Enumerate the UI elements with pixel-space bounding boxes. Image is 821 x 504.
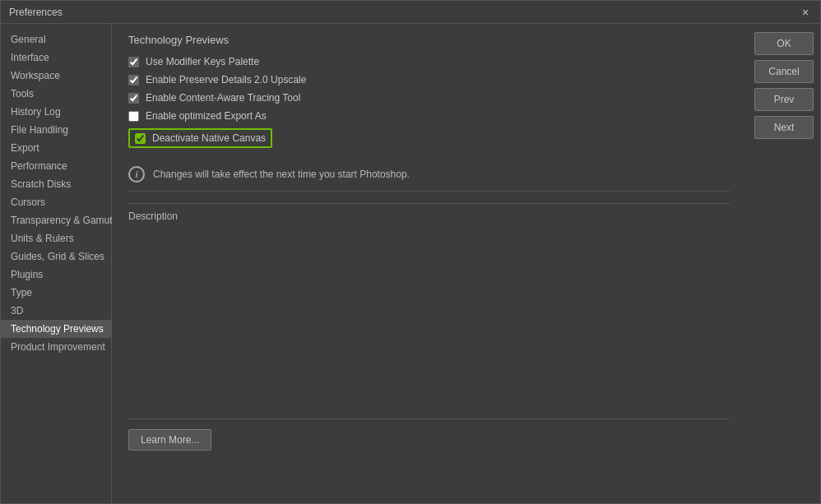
- close-button[interactable]: ×: [799, 6, 812, 19]
- info-icon: i: [128, 166, 145, 183]
- description-area: [128, 271, 730, 419]
- sidebar-item-performance[interactable]: Performance: [1, 157, 111, 175]
- checkbox-label-1: Enable Preserve Details 2.0 Upscale: [146, 74, 306, 86]
- learn-more-button[interactable]: Learn More...: [128, 429, 211, 451]
- checkbox-label-3: Enable optimized Export As: [146, 110, 267, 122]
- content-inner: Technology Previews Use Modifier Keys Pa…: [112, 24, 746, 503]
- description-label: Description: [128, 210, 730, 222]
- sidebar-item-type[interactable]: Type: [1, 284, 111, 302]
- checkbox-label-0: Use Modifier Keys Palette: [146, 56, 259, 67]
- content-area: Technology Previews Use Modifier Keys Pa…: [112, 24, 746, 503]
- checkbox-row-3[interactable]: Enable optimized Export As: [128, 110, 730, 122]
- sidebar-item-cursors[interactable]: Cursors: [1, 193, 111, 211]
- ok-button[interactable]: OK: [754, 32, 814, 55]
- cancel-button[interactable]: Cancel: [754, 60, 814, 83]
- sidebar-item-tools[interactable]: Tools: [1, 85, 111, 103]
- checkbox-0[interactable]: [128, 57, 139, 67]
- main-content: GeneralInterfaceWorkspaceToolsHistory Lo…: [1, 24, 820, 503]
- sidebar-item-technology-previews[interactable]: Technology Previews: [1, 320, 111, 338]
- sidebar-item-plugins[interactable]: Plugins: [1, 266, 111, 284]
- sidebar-item-export[interactable]: Export: [1, 139, 111, 157]
- sidebar-item-file-handling[interactable]: File Handling: [1, 121, 111, 139]
- checkbox-row-0[interactable]: Use Modifier Keys Palette: [128, 56, 730, 67]
- sidebar-item-scratch-disks[interactable]: Scratch Disks: [1, 175, 111, 193]
- checkbox-label-4: Deactivate Native Canvas: [152, 132, 266, 144]
- info-bar: i Changes will take effect the next time…: [128, 166, 730, 192]
- content-with-buttons: Technology Previews Use Modifier Keys Pa…: [112, 24, 820, 503]
- checkbox-row-1[interactable]: Enable Preserve Details 2.0 Upscale: [128, 74, 730, 86]
- checkbox-1[interactable]: [128, 75, 139, 86]
- prev-button[interactable]: Prev: [754, 88, 814, 111]
- sidebar-item-interface[interactable]: Interface: [1, 49, 111, 67]
- sidebar-item-guides-grid--slices[interactable]: Guides, Grid & Slices: [1, 247, 111, 266]
- sidebar-item-workspace[interactable]: Workspace: [1, 67, 111, 85]
- window-title: Preferences: [9, 7, 63, 18]
- checkbox-2[interactable]: [128, 93, 139, 104]
- checkbox-4[interactable]: [135, 133, 146, 144]
- sidebar-item-history-log[interactable]: History Log: [1, 103, 111, 121]
- sidebar-item-units--rulers[interactable]: Units & Rulers: [1, 229, 111, 247]
- next-button[interactable]: Next: [754, 116, 814, 139]
- right-buttons: OK Cancel Prev Next: [746, 24, 820, 503]
- checkbox-row-2[interactable]: Enable Content-Aware Tracing Tool: [128, 92, 730, 104]
- title-bar: Preferences ×: [1, 1, 820, 24]
- sidebar: GeneralInterfaceWorkspaceToolsHistory Lo…: [1, 24, 112, 503]
- section-title: Technology Previews: [128, 34, 730, 46]
- checkbox-label-2: Enable Content-Aware Tracing Tool: [146, 92, 300, 104]
- sidebar-item-general[interactable]: General: [1, 30, 111, 49]
- sidebar-item-product-improvement[interactable]: Product Improvement: [1, 338, 111, 356]
- sidebar-item-3d[interactable]: 3D: [1, 302, 111, 320]
- preferences-window: Preferences × GeneralInterfaceWorkspaceT…: [0, 0, 821, 504]
- checkbox-row-highlighted[interactable]: Deactivate Native Canvas: [128, 128, 272, 148]
- sidebar-item-transparency--gamut[interactable]: Transparency & Gamut: [1, 211, 111, 229]
- checkboxes-container: Use Modifier Keys PaletteEnable Preserve…: [128, 56, 730, 155]
- info-text: Changes will take effect the next time y…: [153, 169, 410, 180]
- description-section: Description: [128, 203, 730, 419]
- checkbox-3[interactable]: [128, 111, 139, 122]
